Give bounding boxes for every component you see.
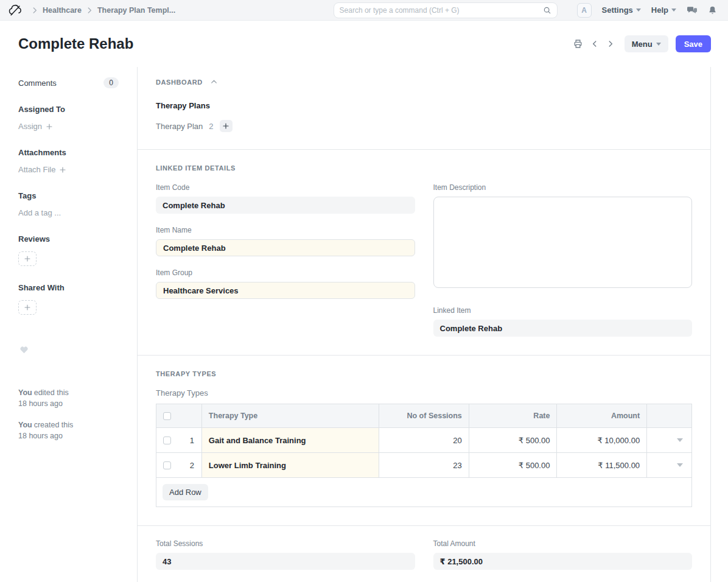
- col-rate: Rate: [469, 404, 558, 427]
- col-no-of-sessions: No of Sessions: [379, 404, 469, 427]
- add-share-button[interactable]: [18, 300, 37, 315]
- breadcrumb-chevron-icon: [85, 6, 94, 15]
- sessions-cell[interactable]: 23: [379, 453, 469, 477]
- therapy-types-table: Therapy Type No of Sessions Rate Amount …: [156, 404, 692, 507]
- activity-user: You: [18, 421, 32, 429]
- item-code-label: Item Code: [156, 183, 415, 192]
- rate-cell[interactable]: ₹ 500.00: [469, 453, 558, 477]
- row-checkbox[interactable]: [163, 436, 171, 444]
- table-row: 1 Gait and Balance Training 20 ₹ 500.00 …: [156, 428, 691, 453]
- print-icon[interactable]: [573, 39, 583, 49]
- settings-menu[interactable]: Settings: [602, 5, 641, 15]
- plus-icon: [59, 166, 66, 174]
- form-body: DASHBOARD Therapy Plans Therapy Plan 2 L…: [137, 67, 711, 582]
- item-name-input[interactable]: Complete Rehab: [156, 239, 415, 256]
- therapy-types-field-label: Therapy Types: [156, 388, 692, 398]
- totals-section: Total Sessions 43 Total Amount ₹ 21,500.…: [138, 526, 710, 582]
- page-head: Complete Rehab Menu Save: [0, 21, 728, 67]
- therapy-plan-link[interactable]: Therapy Plan: [156, 122, 203, 131]
- reviews-label: Reviews: [18, 234, 119, 244]
- row-expand-caret-icon[interactable]: [677, 438, 683, 442]
- like-heart-icon[interactable]: [19, 345, 29, 354]
- item-group-label: Item Group: [156, 268, 415, 277]
- attach-file-label: Attach File: [18, 165, 55, 174]
- amount-cell[interactable]: ₹ 11,500.00: [557, 453, 647, 477]
- select-all-checkbox[interactable]: [163, 412, 171, 420]
- navbar: Healthcare Therapy Plan Templ... A Setti…: [0, 0, 728, 21]
- item-description-input[interactable]: [433, 197, 693, 288]
- linked-item-label: Linked Item: [433, 306, 693, 315]
- breadcrumb-healthcare[interactable]: Healthcare: [43, 6, 82, 15]
- total-sessions-field: Total Sessions 43: [156, 539, 415, 570]
- tags-section: Tags Add a tag ...: [18, 191, 119, 217]
- collapse-chevron-up-icon[interactable]: [210, 78, 218, 86]
- row-index: 2: [190, 461, 194, 470]
- comments-label: Comments: [18, 79, 57, 88]
- menu-label: Menu: [632, 40, 653, 49]
- search-input[interactable]: [340, 6, 543, 15]
- row-expand-caret-icon[interactable]: [677, 463, 683, 467]
- total-sessions-value: 43: [156, 553, 415, 570]
- amount-cell[interactable]: ₹ 10,000.00: [557, 428, 647, 452]
- activity-entry: Youcreated this 18 hours ago: [18, 420, 119, 441]
- search-icon: [543, 6, 551, 15]
- shared-with-section: Shared With: [18, 283, 119, 315]
- plus-icon: [222, 122, 229, 130]
- activity-time: 18 hours ago: [18, 431, 119, 442]
- help-menu[interactable]: Help: [651, 5, 676, 15]
- menu-button[interactable]: Menu: [625, 35, 668, 52]
- attachments-section: Attachments Attach File: [18, 148, 119, 174]
- item-code-field: Item Code Complete Rehab: [156, 183, 415, 214]
- chat-icon[interactable]: [687, 5, 698, 15]
- reviews-section: Reviews: [18, 234, 119, 266]
- sessions-cell[interactable]: 20: [379, 428, 469, 452]
- item-group-field: Item Group Healthcare Services: [156, 268, 415, 299]
- total-amount-field: Total Amount ₹ 21,500.00: [433, 539, 693, 582]
- total-sessions-label: Total Sessions: [156, 539, 415, 548]
- col-actions: [647, 404, 691, 427]
- breadcrumb-therapy-plan-template[interactable]: Therapy Plan Templ...: [97, 6, 175, 15]
- table-row: 2 Lower Limb Training 23 ₹ 500.00 ₹ 11,5…: [156, 453, 691, 478]
- add-tag-input[interactable]: Add a tag ...: [18, 208, 119, 217]
- plus-icon: [24, 304, 31, 311]
- add-row-button[interactable]: Add Row: [163, 484, 208, 500]
- next-document-icon[interactable]: [606, 40, 615, 48]
- therapy-type-cell[interactable]: Gait and Balance Training: [202, 428, 379, 452]
- comments-section[interactable]: Comments 0: [18, 77, 119, 88]
- chevron-down-icon: [671, 9, 676, 12]
- item-name-label: Item Name: [156, 226, 415, 234]
- item-group-input[interactable]: Healthcare Services: [156, 282, 415, 299]
- therapy-type-cell[interactable]: Lower Limb Training: [202, 453, 379, 477]
- linked-item-left-column: Item Code Complete Rehab Item Name Compl…: [156, 183, 415, 337]
- rate-cell[interactable]: ₹ 500.00: [469, 428, 558, 452]
- assign-button[interactable]: Assign: [18, 122, 119, 131]
- new-therapy-plan-button[interactable]: [220, 120, 233, 132]
- table-header-row: Therapy Type No of Sessions Rate Amount: [156, 404, 691, 428]
- item-code-value: Complete Rehab: [156, 197, 415, 214]
- user-avatar[interactable]: A: [577, 3, 592, 18]
- breadcrumb-chevron-icon: [30, 6, 39, 15]
- plus-icon: [46, 123, 53, 130]
- save-button[interactable]: Save: [676, 35, 711, 52]
- dashboard-section: DASHBOARD Therapy Plans Therapy Plan 2: [138, 67, 710, 150]
- prev-document-icon[interactable]: [590, 40, 599, 48]
- shared-with-label: Shared With: [18, 283, 119, 292]
- activity-entry: Youedited this 18 hours ago: [18, 388, 119, 409]
- navbar-right: A Settings Help: [577, 3, 717, 18]
- row-checkbox[interactable]: [163, 461, 171, 469]
- therapy-types-section-label: THERAPY TYPES: [156, 370, 216, 377]
- notifications-bell-icon[interactable]: [708, 5, 717, 15]
- chevron-down-icon: [636, 9, 641, 12]
- total-amount-value: ₹ 21,500.00: [433, 553, 693, 570]
- linked-item-value: Complete Rehab: [433, 320, 693, 337]
- page-title: Complete Rehab: [18, 35, 133, 52]
- col-therapy-type: Therapy Type: [202, 404, 379, 427]
- attach-file-button[interactable]: Attach File: [18, 165, 119, 174]
- add-review-button[interactable]: [18, 251, 37, 266]
- global-search[interactable]: [334, 2, 558, 18]
- chevron-down-icon: [656, 43, 661, 46]
- attachments-label: Attachments: [18, 148, 119, 157]
- app-logo-icon[interactable]: [9, 4, 23, 17]
- assigned-to-section: Assigned To Assign: [18, 105, 119, 131]
- therapy-plans-heading: Therapy Plans: [156, 101, 692, 110]
